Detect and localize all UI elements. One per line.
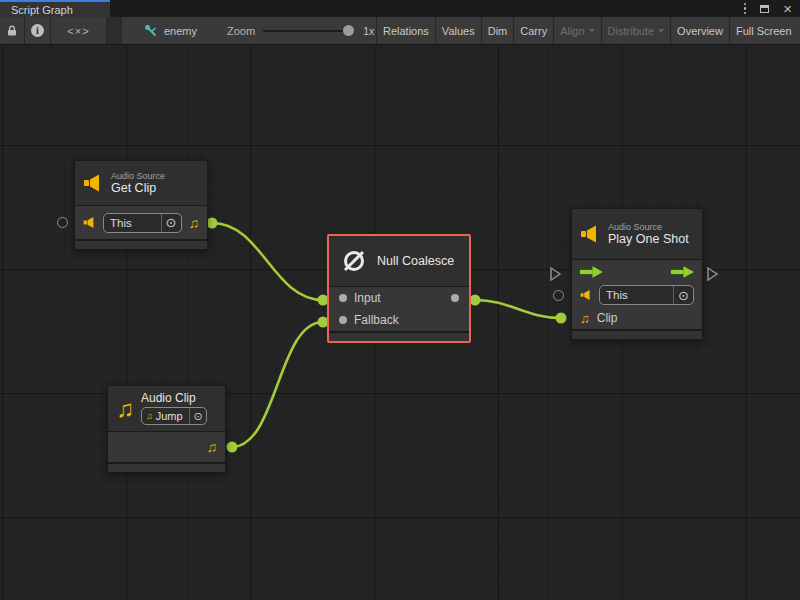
node-title: Play One Shot	[608, 232, 689, 246]
target-port-row: This ⊙	[572, 283, 702, 307]
variable-name: Jump	[156, 410, 183, 423]
script-graph-window: Script Graph × i <×> ene	[0, 0, 800, 600]
wire-getclip-to-input[interactable]	[212, 223, 323, 300]
close-icon[interactable]: ×	[783, 4, 792, 14]
control-flow-row	[572, 260, 702, 283]
lock-button[interactable]	[0, 17, 25, 44]
zoom-slider-knob[interactable]	[343, 25, 354, 36]
wire-audioclip-to-fallback[interactable]	[232, 322, 323, 447]
values-button[interactable]: Values	[436, 17, 482, 44]
audio-source-icon	[83, 173, 103, 193]
chevron-down-icon	[658, 29, 664, 33]
input-port-row: Input	[329, 287, 469, 309]
audio-source-icon	[580, 289, 592, 301]
graph-toolbar: i <×> enemy Zoom 1x Relations Values Dim…	[0, 17, 800, 45]
unconnected-value-port[interactable]	[553, 290, 564, 301]
wire-output-to-clip[interactable]	[475, 300, 561, 318]
tab-script-graph[interactable]: Script Graph	[0, 0, 110, 17]
output-port[interactable]	[451, 294, 459, 302]
node-audio-clip[interactable]: ♫ Audio Clip ♫ Jump ⊙ ♫	[107, 385, 226, 473]
node-port-row: ♫	[108, 431, 225, 462]
node-header: ♫ Audio Clip ♫ Jump ⊙	[108, 386, 225, 431]
code-view-button[interactable]: <×>	[51, 17, 107, 44]
connected-port[interactable]	[556, 313, 567, 324]
node-header: Audio Source Play One Shot	[572, 209, 702, 259]
control-output-port[interactable]	[707, 267, 718, 281]
node-footer	[572, 329, 702, 339]
clip-port-row: ♫ Clip	[572, 307, 702, 329]
overview-button[interactable]: Overview	[671, 17, 730, 44]
audio-clip-port-icon[interactable]: ♫	[189, 215, 200, 231]
dim-button[interactable]: Dim	[482, 17, 515, 44]
object-picker-icon[interactable]: ⊙	[161, 214, 181, 232]
node-header: Null Coalesce	[329, 236, 469, 286]
chevron-down-icon	[589, 29, 595, 33]
audio-source-icon	[83, 216, 96, 229]
lock-icon	[6, 24, 18, 37]
graph-canvas[interactable]: Audio Source Get Clip This ⊙ ♫	[0, 45, 800, 600]
control-output-arrow-icon[interactable]	[671, 266, 694, 278]
node-get-clip[interactable]: Audio Source Get Clip This ⊙ ♫	[74, 160, 208, 250]
graph-asset-icon	[144, 24, 158, 38]
node-title: Audio Clip	[141, 392, 207, 406]
null-coalesce-icon	[341, 248, 367, 274]
align-button[interactable]: Align	[554, 17, 601, 44]
node-footer	[75, 239, 207, 249]
node-play-one-shot[interactable]: Audio Source Play One Shot	[571, 208, 703, 340]
fallback-port-row: Fallback	[329, 309, 469, 331]
node-footer	[329, 331, 469, 341]
audio-clip-icon: ♫	[116, 397, 134, 421]
object-picker-icon[interactable]: ⊙	[189, 408, 206, 424]
maximize-icon[interactable]	[760, 5, 769, 13]
toolbar-buttons: Relations Values Dim Carry Align Distrib…	[377, 17, 800, 44]
connected-port[interactable]	[470, 295, 481, 306]
audio-source-icon	[580, 224, 600, 244]
this-field[interactable]: This ⊙	[103, 213, 182, 233]
audio-clip-port-icon[interactable]: ♫	[580, 311, 590, 326]
control-input-arrow-icon[interactable]	[580, 266, 603, 278]
value-port[interactable]	[339, 316, 347, 324]
variable-field[interactable]: ♫ Jump ⊙	[141, 407, 207, 425]
tab-bar: Script Graph ×	[0, 0, 800, 17]
audio-clip-mini-icon: ♫	[146, 411, 153, 421]
connected-port[interactable]	[207, 218, 218, 229]
node-type-label: Audio Source	[111, 171, 165, 181]
graph-name: enemy	[164, 25, 197, 37]
zoom-value: 1x	[363, 25, 374, 37]
node-footer	[108, 462, 225, 472]
node-body: Input Fallback	[329, 286, 469, 331]
relations-button[interactable]: Relations	[377, 17, 436, 44]
selection-highlight: Null Coalesce Input Fallback	[327, 234, 471, 343]
node-null-coalesce[interactable]: Null Coalesce Input Fallback	[329, 236, 469, 341]
node-body: This ⊙ ♫ Clip	[572, 259, 702, 329]
value-port[interactable]	[339, 294, 347, 302]
info-icon: i	[31, 24, 44, 37]
node-type-label: Audio Source	[608, 222, 689, 232]
control-input-port[interactable]	[550, 267, 561, 281]
carry-button[interactable]: Carry	[514, 17, 554, 44]
node-title: Null Coalesce	[377, 254, 454, 268]
full-screen-button[interactable]: Full Screen	[730, 17, 798, 44]
connected-port[interactable]	[227, 442, 238, 453]
graph-info-segment: enemy Zoom 1x	[122, 17, 377, 44]
zoom-label: Zoom	[227, 25, 255, 37]
zoom-slider[interactable]	[263, 30, 351, 32]
window-controls: ×	[744, 0, 800, 17]
distribute-button[interactable]: Distribute	[602, 17, 671, 44]
info-button[interactable]: i	[25, 17, 51, 44]
code-icon: <×>	[67, 25, 89, 37]
node-header: Audio Source Get Clip	[75, 161, 207, 205]
window-menu-icon[interactable]	[744, 3, 747, 15]
toolbar-gap	[107, 17, 122, 44]
audio-clip-port-icon[interactable]: ♫	[207, 439, 218, 455]
object-picker-icon[interactable]: ⊙	[673, 286, 693, 304]
unconnected-value-port[interactable]	[57, 217, 68, 228]
tab-title: Script Graph	[11, 4, 73, 16]
node-port-row: This ⊙ ♫	[75, 205, 207, 239]
this-field[interactable]: This ⊙	[599, 285, 694, 305]
node-title: Get Clip	[111, 181, 165, 195]
